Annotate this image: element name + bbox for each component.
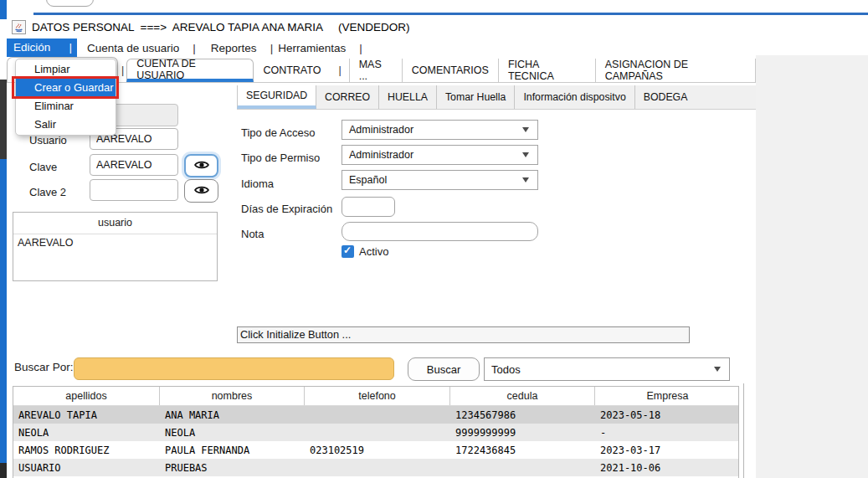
usuario-list: usuario AAREVALO xyxy=(13,212,218,281)
dropdown-arrow-icon xyxy=(522,177,529,182)
tab-label: COMENTARIOS xyxy=(412,64,489,76)
subtab-seguridad[interactable]: SEGURIDAD xyxy=(237,85,316,109)
tab-contrato[interactable]: CONTRATO xyxy=(254,59,336,82)
idioma-select[interactable]: Español xyxy=(342,170,538,190)
clave-field[interactable] xyxy=(90,154,178,176)
idioma-value: Español xyxy=(349,174,387,186)
menu-separator: | xyxy=(270,42,274,54)
table-header-row: apellidos nombres telefono cedula Empres… xyxy=(13,387,738,406)
cell-empresa: 2023-03-17 xyxy=(595,441,739,459)
main-tab-bar: | CUENTA DE USUARIO CONTRATO | MAS ... C… xyxy=(7,59,756,83)
results-table: apellidos nombres telefono cedula Empres… xyxy=(13,386,739,478)
subtab-correo[interactable]: CORREO xyxy=(316,85,379,109)
clave2-field[interactable] xyxy=(90,179,178,201)
column-header-empresa[interactable]: Empresa xyxy=(595,387,739,405)
buscar-button[interactable]: Buscar xyxy=(408,357,480,381)
table-row[interactable]: NEOLA NEOLA 9999999999 - xyxy=(13,424,738,441)
cell-empresa: 2021-10-06 xyxy=(595,459,739,476)
usuario-list-item[interactable]: AAREVALO xyxy=(13,234,217,251)
tipo-permiso-label: Tipo de Permiso xyxy=(241,152,320,164)
sub-tab-bar: SEGURIDAD CORREO HUELLA Tomar Huella Inf… xyxy=(237,85,756,110)
tab-ficha-tecnica[interactable]: FICHA TECNICA xyxy=(499,59,596,82)
tab-comentarios[interactable]: COMENTARIOS xyxy=(403,59,499,82)
application-window: DATOS PERSONAL ===> AREVALO TAPIA ANA MA… xyxy=(0,0,868,478)
menu-separator: | xyxy=(193,42,196,54)
cell-apellidos: USUARIO xyxy=(13,459,160,476)
subtab-bodega[interactable]: BODEGA xyxy=(635,85,696,109)
dropdown-arrow-icon xyxy=(714,367,721,372)
panel-edge-line xyxy=(743,383,744,478)
menu-edicion[interactable]: Edición | xyxy=(7,39,77,57)
cell-telefono xyxy=(305,424,450,441)
screen-edge-strip xyxy=(0,80,7,159)
column-header-apellidos[interactable]: apellidos xyxy=(13,387,160,405)
tab-label: ASIGNACION DE CAMPAÑAS xyxy=(605,59,746,82)
menu-reportes[interactable]: Reportes xyxy=(211,42,257,54)
column-header-telefono[interactable]: telefono xyxy=(305,387,450,405)
tipo-permiso-value: Administrador xyxy=(349,149,413,161)
menu-herramientas[interactable]: Herramientas xyxy=(278,42,346,54)
subtab-label: HUELLA xyxy=(388,91,428,103)
tipo-permiso-select[interactable]: Administrador xyxy=(342,145,538,165)
tipo-acceso-select[interactable]: Administrador xyxy=(342,120,538,140)
menu-separator: | xyxy=(359,42,362,54)
tab-cuenta-de-usuario[interactable]: CUENTA DE USUARIO xyxy=(126,59,254,82)
column-header-cedula[interactable]: cedula xyxy=(450,387,595,405)
tab-label: FICHA TECNICA xyxy=(508,59,586,82)
cell-cedula xyxy=(450,459,595,476)
cell-nombres: PAULA FERNANDA xyxy=(160,441,305,459)
cell-apellidos: AREVALO TAPIA xyxy=(13,406,160,424)
table-row[interactable]: USUARIO PRUEBAS 2021-10-06 xyxy=(13,459,738,476)
cell-telefono xyxy=(305,459,450,476)
usuario-list-header[interactable]: usuario xyxy=(13,213,217,234)
background-window-button[interactable] xyxy=(46,0,94,7)
eye-icon xyxy=(194,158,209,173)
show-clave-button[interactable] xyxy=(184,154,218,177)
cell-empresa: - xyxy=(595,424,739,441)
usuario-label: Usuario xyxy=(29,134,67,146)
menu-separator: | xyxy=(69,39,72,57)
eye-icon xyxy=(194,183,209,198)
show-clave2-button[interactable] xyxy=(184,179,218,203)
dias-expiracion-field[interactable] xyxy=(342,197,395,217)
activo-checkbox[interactable] xyxy=(342,245,354,258)
menu-cuenta-de-usuario[interactable]: Cuenta de usuario xyxy=(87,42,179,54)
cell-telefono xyxy=(305,406,450,424)
java-app-icon xyxy=(12,20,26,34)
clave-label: Clave xyxy=(29,161,57,173)
subtab-label: SEGURIDAD xyxy=(246,90,307,101)
dropdown-arrow-icon xyxy=(522,127,529,132)
subtab-informacion-dispositivo[interactable]: Información dispositvo xyxy=(515,85,634,109)
menu-item-eliminar[interactable]: Eliminar xyxy=(16,97,116,116)
tipo-acceso-value: Administrador xyxy=(349,124,413,136)
activo-row: Activo xyxy=(342,245,388,258)
column-header-nombres[interactable]: nombres xyxy=(160,387,305,405)
screen-edge-strip xyxy=(0,0,7,19)
tab-separator: | xyxy=(336,59,343,82)
subtab-tomar-huella[interactable]: Tomar Huella xyxy=(437,85,515,109)
cell-telefono: 023102519 xyxy=(305,441,450,459)
buscar-por-input[interactable] xyxy=(74,357,394,380)
annotation-highlight-box xyxy=(12,76,119,99)
nota-label: Nota xyxy=(241,228,264,240)
subtab-label: CORREO xyxy=(325,91,370,103)
menu-item-salir[interactable]: Salir xyxy=(16,116,116,134)
window-top-divider xyxy=(33,13,868,15)
tab-asignacion-de-campanas[interactable]: ASIGNACION DE CAMPAÑAS xyxy=(596,59,756,82)
table-row-selected[interactable]: AREVALO TAPIA ANA MARIA 1234567986 2023-… xyxy=(13,406,738,424)
tab-separator: | xyxy=(119,59,126,82)
tab-label: MAS ... xyxy=(359,59,393,82)
nota-field[interactable] xyxy=(342,222,538,241)
screen-edge-strip xyxy=(0,159,7,463)
background-area xyxy=(756,55,868,478)
activo-label: Activo xyxy=(359,245,388,258)
filter-value: Todos xyxy=(491,363,521,376)
subtab-huella[interactable]: HUELLA xyxy=(379,85,437,109)
subtab-label: BODEGA xyxy=(644,91,688,103)
cell-cedula: 1722436845 xyxy=(450,441,595,459)
filter-select[interactable]: Todos xyxy=(484,357,730,381)
cell-cedula: 9999999999 xyxy=(450,424,595,441)
table-row[interactable]: RAMOS RODRIGUEZ PAULA FERNANDA 023102519… xyxy=(13,441,738,459)
window-title: DATOS PERSONAL ===> AREVALO TAPIA ANA MA… xyxy=(32,21,409,33)
tab-mas[interactable]: MAS ... xyxy=(349,59,403,82)
